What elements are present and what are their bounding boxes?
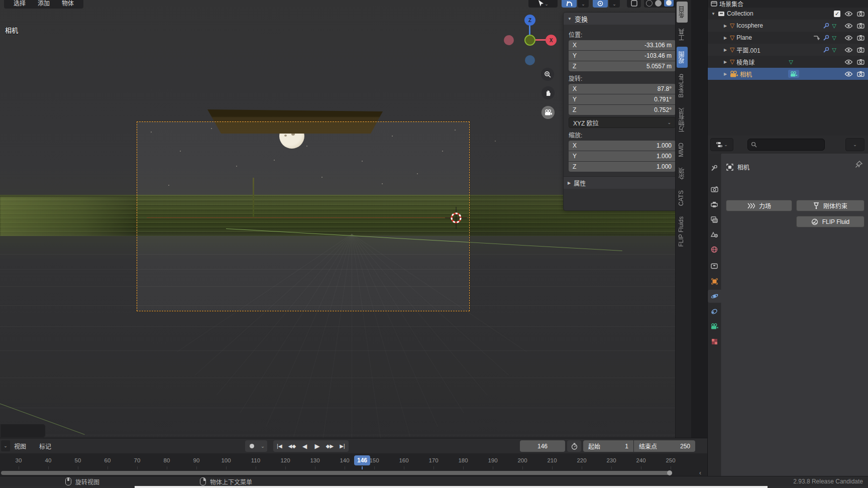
mesh-data-icon[interactable]: ▽	[832, 23, 836, 29]
properties-subpanel-header[interactable]: ▶ 属性	[564, 176, 690, 189]
scrollbar-bar[interactable]	[1, 471, 672, 475]
current-frame-field[interactable]: 146	[520, 440, 565, 452]
tab-texture[interactable]	[708, 335, 721, 348]
sidebar-tab-BakeLab[interactable]: BakeLab	[677, 69, 688, 102]
hide-eye-icon[interactable]	[844, 59, 853, 65]
render-visibility-icon[interactable]	[857, 47, 864, 53]
mesh-data-icon[interactable]: ▽	[789, 59, 793, 65]
location-y-field[interactable]: Y-103.46 m	[569, 51, 676, 61]
sidebar-tab-条目[interactable]: 条目	[677, 2, 688, 23]
disclosure-icon[interactable]: ▶	[723, 48, 728, 52]
gizmo-x-neg-axis[interactable]	[504, 35, 514, 45]
hide-eye-icon[interactable]	[844, 23, 853, 29]
scale-y-field[interactable]: Y1.000	[569, 151, 676, 161]
timeline-menu-view[interactable]: 视图	[14, 442, 26, 450]
tab-object-props[interactable]	[708, 275, 721, 288]
hide-eye-icon[interactable]	[844, 47, 853, 53]
camera-view-button[interactable]	[541, 106, 555, 119]
scrollbar-knob[interactable]	[667, 470, 672, 475]
proportional-edit-button[interactable]	[593, 0, 608, 8]
pan-button[interactable]	[541, 86, 555, 99]
timeline-menu-marker[interactable]: 标记	[39, 442, 51, 450]
next-keyframe-button[interactable]: ◆▶	[323, 440, 336, 452]
viewport-3d[interactable]: 选择 添加 物体 相机 ⌄ ⌄ ⌄ ⌄ Z	[0, 0, 691, 438]
outliner-row-icosphere[interactable]: ▶ ▽ Icosphere ▽	[708, 20, 868, 32]
frame-end-field[interactable]: 结束点250	[634, 440, 695, 452]
gizmo-z-axis[interactable]: Z	[524, 15, 535, 26]
flip-fluid-button[interactable]: FLIP Fluid	[796, 216, 864, 227]
transform-panel-header[interactable]: ▼ 变换	[564, 13, 690, 25]
shading-solid-icon[interactable]	[655, 0, 662, 7]
properties-options-dropdown[interactable]: ⌄	[845, 138, 864, 151]
snap-dropdown[interactable]: ⌄	[578, 0, 589, 8]
jump-to-start-button[interactable]: |◀	[273, 440, 286, 452]
prev-keyframe-button[interactable]: ◀◆	[286, 440, 298, 452]
collection-checkbox[interactable]: ✓	[834, 11, 840, 17]
tab-world[interactable]	[708, 243, 721, 256]
outliner-row-icosphere-cn[interactable]: ▶ ▽ 棱角球 ▽	[708, 56, 868, 68]
hide-eye-icon[interactable]	[844, 35, 853, 41]
sidebar-tab-FLIP Fluids[interactable]: FLIP Fluids	[677, 212, 688, 251]
disclosure-icon[interactable]: ▼	[711, 12, 716, 16]
jump-to-end-button[interactable]: ▶|	[336, 440, 349, 452]
proportional-edit-dropdown[interactable]: ⌄	[609, 0, 620, 8]
camera-frame-border[interactable]	[137, 121, 470, 311]
sidebar-tab-杂项[interactable]: 杂项	[677, 163, 688, 184]
disclosure-icon[interactable]: ▶	[723, 36, 728, 40]
scale-z-field[interactable]: Z1.000	[569, 162, 676, 172]
breadcrumb-object-name[interactable]: 相机	[737, 163, 749, 171]
tab-view-layer[interactable]	[708, 213, 721, 226]
auto-keyframe-button[interactable]	[245, 440, 258, 452]
tab-tool[interactable]	[708, 162, 721, 175]
hide-eye-icon[interactable]	[844, 71, 853, 77]
camera-data-icon[interactable]	[788, 70, 799, 78]
active-tool-button[interactable]: ⌄	[528, 0, 558, 8]
tab-object-data[interactable]	[708, 320, 721, 333]
timeline-scrollbar[interactable]: ‹	[0, 469, 707, 476]
mesh-data-icon[interactable]: ▽	[832, 35, 836, 41]
disclosure-icon[interactable]: ▶	[723, 60, 728, 64]
current-frame-badge[interactable]: 146	[354, 455, 370, 465]
gizmo-x-axis[interactable]: X	[546, 35, 557, 46]
play-reverse-button[interactable]: ◀	[298, 440, 311, 452]
location-x-field[interactable]: X-33.106 m	[569, 40, 676, 50]
hide-eye-icon[interactable]	[844, 11, 853, 17]
render-visibility-icon[interactable]	[857, 23, 864, 29]
gizmo-z-neg-axis[interactable]	[525, 55, 535, 65]
outliner-row-camera[interactable]: ▶ 相机	[708, 68, 868, 80]
editor-type-button[interactable]: ⌄	[710, 138, 733, 151]
force-field-button[interactable]: 力场	[726, 200, 792, 211]
tab-scene[interactable]	[708, 228, 721, 241]
shading-wireframe-icon[interactable]	[646, 0, 653, 7]
rotation-y-field[interactable]: Y0.791°	[569, 94, 676, 104]
render-visibility-icon[interactable]	[857, 59, 864, 65]
tab-output[interactable]	[708, 198, 721, 211]
disclosure-icon[interactable]: ▶	[723, 24, 728, 28]
constraint-curve-icon[interactable]	[813, 35, 820, 41]
tab-collection-props[interactable]	[708, 260, 721, 273]
location-z-field[interactable]: Z5.0557 m	[569, 61, 676, 71]
menu-object[interactable]: 物体	[52, 0, 83, 9]
rotation-mode-dropdown[interactable]: XYZ 欧拉⌄	[569, 117, 676, 128]
show-gizmo-button[interactable]	[627, 0, 641, 8]
shading-material-active[interactable]	[664, 0, 674, 7]
modifier-wrench-icon[interactable]	[823, 35, 829, 41]
render-visibility-icon[interactable]	[857, 35, 864, 41]
pin-icon[interactable]	[855, 161, 862, 168]
modifier-wrench-icon[interactable]	[823, 23, 829, 29]
render-visibility-icon[interactable]	[857, 71, 864, 77]
outliner-row-plane[interactable]: ▶ ▽ Plane ▽	[708, 32, 868, 44]
auto-key-dropdown[interactable]: ⌄	[258, 440, 267, 452]
sidebar-tab-视图[interactable]: 视图	[677, 47, 688, 68]
tab-constraints[interactable]	[708, 305, 721, 318]
tab-physics-active[interactable]	[708, 290, 721, 303]
collapse-arrow-icon[interactable]: ‹	[699, 469, 701, 476]
rigid-body-constraint-button[interactable]: 刚体约束	[796, 200, 864, 211]
play-button[interactable]: ▶	[311, 440, 323, 452]
modifier-wrench-icon[interactable]	[823, 47, 829, 53]
frame-start-field[interactable]: 起始1	[583, 440, 633, 452]
sidebar-tab-CATS[interactable]: CATS	[677, 186, 688, 210]
render-visibility-icon[interactable]	[857, 11, 864, 17]
rotation-z-field[interactable]: Z0.752°	[569, 105, 676, 115]
sidebar-tab-工具[interactable]: 工具	[677, 24, 688, 45]
